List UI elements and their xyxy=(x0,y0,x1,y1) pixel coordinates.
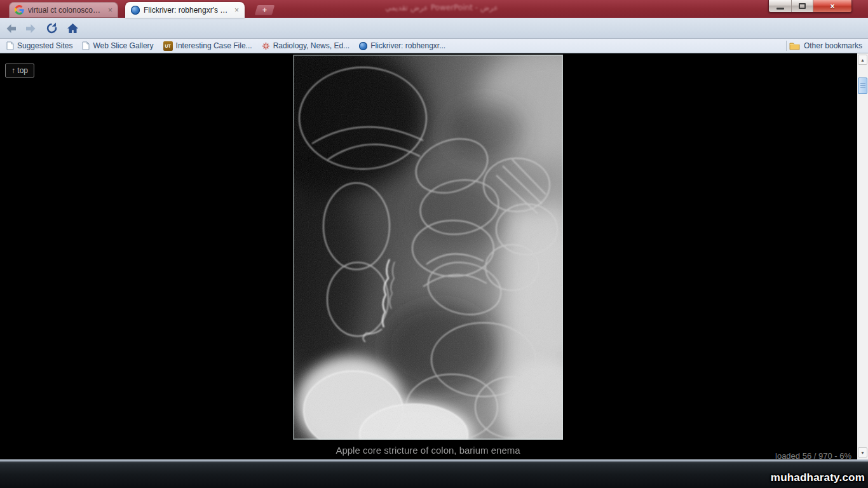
bookmark-flickriver[interactable]: Flickriver: robhengxr... xyxy=(359,41,445,50)
photo-caption[interactable]: Apple core stricture of colon, barium en… xyxy=(293,445,563,456)
flickriver-icon xyxy=(131,6,140,15)
maximize-button[interactable] xyxy=(791,0,813,12)
radiology-icon xyxy=(262,42,270,50)
site-watermark: muhadharaty.com xyxy=(771,471,865,484)
plus-icon: + xyxy=(262,6,267,15)
bookmark-label: Radiology, News, Ed... xyxy=(273,41,350,50)
bookmark-label: Suggested Sites xyxy=(17,41,72,50)
other-bookmarks-button[interactable]: Other bookmarks xyxy=(789,39,862,53)
folder-icon xyxy=(789,42,800,50)
reload-icon xyxy=(46,22,58,34)
bookmark-web-slice-gallery[interactable]: Web Slice Gallery xyxy=(82,41,153,50)
ut-badge-icon: UT xyxy=(163,41,173,51)
other-bookmarks-label: Other bookmarks xyxy=(804,41,862,50)
tab-close-icon[interactable]: × xyxy=(108,6,112,14)
bookmark-label: Flickriver: robhengxr... xyxy=(370,41,445,50)
tab-flickriver[interactable]: Flickriver: robhengxr's m... × xyxy=(125,2,245,18)
scroll-down-button[interactable]: ▼ xyxy=(858,447,867,458)
page-icon xyxy=(82,41,90,50)
minimize-button[interactable] xyxy=(769,0,791,12)
titlebar-ghost-text: عرض تقديمي PowerPoint - عرض xyxy=(346,3,537,12)
tab-virtual-ct-colonoscopy[interactable]: virtual ct colonoscopy - ... × xyxy=(9,2,118,18)
bookmarks-divider xyxy=(786,41,787,51)
xray-photo-barium-enema[interactable] xyxy=(293,55,563,440)
bookmarks-bar: Suggested Sites Web Slice Gallery UT Int… xyxy=(0,39,868,53)
bookmark-interesting-case-file[interactable]: UT Interesting Case File... xyxy=(163,41,252,51)
forward-button[interactable] xyxy=(21,20,40,37)
bookmark-radiology-news[interactable]: Radiology, News, Ed... xyxy=(262,41,350,50)
flickriver-icon xyxy=(359,42,367,50)
scrollbar[interactable]: ▲ ▼ xyxy=(857,53,868,459)
window-controls: × xyxy=(768,0,852,13)
tab-title: Flickriver: robhengxr's m... xyxy=(144,6,231,15)
desktop-screen: virtual ct colonoscopy - ... × Flickrive… xyxy=(0,0,868,488)
home-button[interactable] xyxy=(63,20,82,37)
page-content: ↑ top xyxy=(0,53,868,459)
close-button[interactable]: × xyxy=(813,0,851,12)
google-icon xyxy=(15,5,24,15)
close-icon: × xyxy=(830,2,834,11)
down-arrow-icon: ▼ xyxy=(860,451,865,455)
bookmark-suggested-sites[interactable]: Suggested Sites xyxy=(6,41,72,50)
browser-titlebar: virtual ct colonoscopy - ... × Flickrive… xyxy=(0,0,868,18)
minimize-icon xyxy=(776,8,784,10)
up-arrow-icon: ▲ xyxy=(860,58,865,62)
bookmark-label: Web Slice Gallery xyxy=(93,41,153,50)
home-icon xyxy=(67,23,79,34)
maximize-icon xyxy=(799,3,806,9)
browser-toolbar: http://www.flickriver.com/photos/robheng… xyxy=(0,18,868,39)
scrollbar-thumb[interactable] xyxy=(858,78,867,94)
new-tab-button[interactable]: + xyxy=(255,5,275,15)
forward-arrow-icon xyxy=(25,24,36,34)
scroll-up-button[interactable]: ▲ xyxy=(858,55,867,65)
back-button[interactable] xyxy=(2,20,21,37)
tab-close-icon[interactable]: × xyxy=(234,6,239,14)
bookmark-label: Interesting Case File... xyxy=(176,41,252,50)
taskbar: e µ P xyxy=(0,461,868,488)
tab-title: virtual ct colonoscopy - ... xyxy=(28,6,104,15)
page-icon xyxy=(6,41,14,50)
scroll-to-top-button[interactable]: ↑ top xyxy=(5,64,34,78)
reload-button[interactable] xyxy=(42,20,61,37)
back-arrow-icon xyxy=(6,24,17,34)
